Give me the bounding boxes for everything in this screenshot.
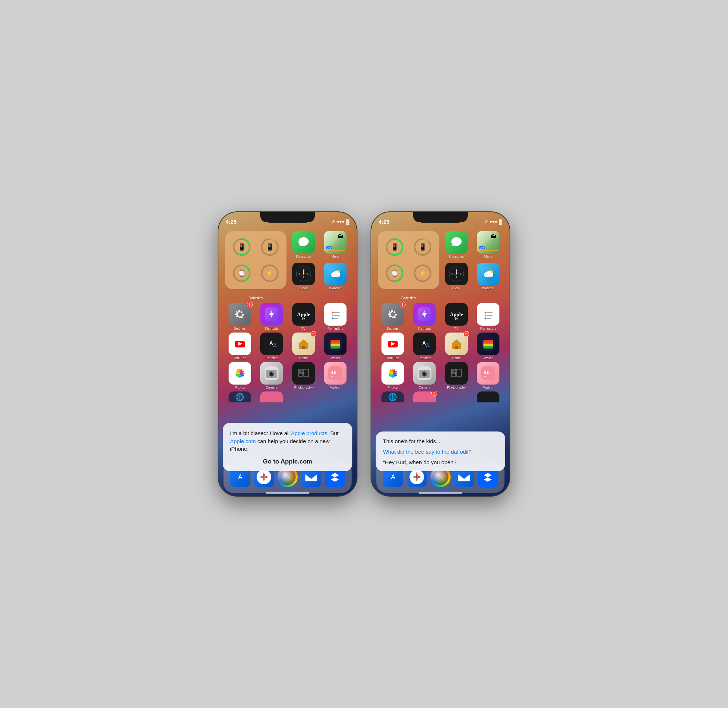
app-reminders[interactable]: Reminders — [321, 303, 350, 330]
app-camera[interactable]: Camera — [257, 362, 287, 389]
svg-marker-169 — [484, 473, 492, 482]
settings-badge-r: 1 — [400, 302, 405, 308]
app-shortcuts[interactable]: Shortcuts — [257, 303, 287, 330]
app-row-4-r: YouTube A 文 Translate — [378, 332, 503, 360]
shortcuts-icon-r — [413, 303, 436, 326]
translate-icon: A 文 — [260, 332, 283, 355]
app-pink-left[interactable] — [257, 392, 287, 405]
svg-point-82 — [263, 476, 264, 478]
notch-right — [417, 212, 464, 223]
tv-icon: Apple tv — [292, 303, 315, 326]
app-reminders-r[interactable]: Reminders — [474, 303, 503, 330]
svg-text:✒: ✒ — [331, 375, 333, 378]
app-photos-r[interactable]: Photos — [378, 362, 408, 389]
battery-icon-right: ▓ — [499, 219, 502, 225]
siri-link-left[interactable]: Go to Apple.com — [230, 458, 345, 465]
watch-icon: ⌚ — [238, 269, 246, 277]
app-messages[interactable]: Messages — [289, 231, 318, 261]
app-youtube[interactable]: YouTube — [225, 332, 255, 360]
app-home-r[interactable]: 2 Home — [442, 332, 471, 360]
location-icon-right: ↗ — [484, 219, 488, 225]
svg-point-112 — [485, 312, 487, 313]
phones-container: 4:25 ↗ ▾▾▾ ▓ — [218, 212, 510, 496]
tv-label-r: TV — [454, 327, 459, 330]
app-writing-r[interactable]: BB ✒ Writing — [474, 362, 503, 389]
photos-label: Photos — [235, 386, 245, 389]
home-badge-r: 2 — [464, 331, 469, 337]
settings-label: Settings — [234, 327, 246, 330]
app-messages-r[interactable]: Messages — [442, 231, 471, 261]
svg-marker-84 — [331, 473, 339, 482]
app-dark-partial[interactable] — [474, 392, 503, 405]
home-indicator-left — [266, 492, 310, 494]
app-youtube-r[interactable]: YouTube — [378, 332, 408, 360]
app-globe-left[interactable]: 🌐 — [225, 392, 255, 405]
app-translate[interactable]: A 文 Translate — [257, 332, 287, 360]
writing-icon-r: BB ✒ — [477, 362, 500, 384]
translate-icon-r: A 文 — [413, 332, 436, 355]
status-bar-right: 4:25 ↗ ▾▾▾ ▓ — [371, 212, 510, 228]
camera-label: Camera — [266, 386, 278, 389]
app-home[interactable]: 2 Home — [289, 332, 318, 360]
app-photography-r[interactable]: Photography — [442, 362, 471, 389]
photography-label: Photography — [294, 386, 313, 389]
siri-card-right: This one's for the kids... What did the … — [376, 431, 505, 471]
writing-icon: BB ✒ — [324, 362, 347, 384]
app-photography[interactable]: Photography — [289, 362, 318, 389]
app-writing[interactable]: BB ✒ Writing — [321, 362, 350, 389]
app-row-5-r: Photos C — [378, 362, 503, 389]
siri-area-left: I'm a bit biased: I love all Apple produ… — [223, 423, 352, 471]
notes-badge-r: 3 — [432, 392, 437, 396]
app-camera-r[interactable]: Camera — [410, 362, 440, 389]
battery-iphone: 📱 — [229, 235, 254, 259]
shortcuts-icon — [260, 303, 283, 326]
app-settings-r[interactable]: 1 Settings — [378, 303, 408, 330]
camera-label-r: Camera — [418, 386, 430, 389]
app-maps[interactable]: 🏔 280 Maps — [321, 231, 350, 261]
app-maps-r[interactable]: 🏔 280 Maps — [474, 231, 503, 261]
youtube-icon-r — [381, 332, 404, 355]
app-tv[interactable]: Apple tv TV — [289, 303, 318, 330]
weather-label: Weather — [329, 286, 341, 290]
app-row-4: YouTube A 文 Translate — [225, 332, 350, 360]
app-clock-r[interactable]: 12 6 9 3 Clock — [442, 263, 471, 292]
photos-icon — [228, 362, 251, 384]
globe-icon-r: 🌐 — [381, 392, 404, 402]
location-icon: ↗ — [331, 219, 335, 225]
app-weather[interactable]: Weather — [321, 263, 350, 292]
app-settings[interactable]: 1 Settings — [225, 303, 255, 330]
app-pink-right[interactable]: 3 — [410, 392, 440, 405]
app-tv-r[interactable]: Apple tv TV — [442, 303, 471, 330]
app-photos[interactable]: Photos — [225, 362, 255, 389]
app-clock[interactable]: 12 6 9 3 Clock — [289, 263, 318, 292]
app-wallet[interactable]: Wallet — [321, 332, 350, 360]
clock-label: Clock — [299, 286, 308, 290]
app-globe-right[interactable]: 🌐 — [378, 392, 408, 405]
svg-rect-40 — [302, 346, 305, 349]
phone-right-screen: 4:25 ↗ ▾▾▾ ▓ — [371, 212, 510, 496]
siri-joke-question: What did the bee say to the daffodil? — [383, 448, 498, 455]
wallet-icon-r — [477, 332, 500, 355]
status-icons-left: ↗ ▾▾▾ ▓ — [331, 219, 349, 225]
camera-icon — [260, 362, 283, 384]
app-wallet-r[interactable]: Wallet — [474, 332, 503, 360]
clock-label-r: Clock — [452, 286, 461, 290]
siri-joke-answer: "Hey Bud, when do you open?" — [383, 459, 498, 465]
home-icon: 2 — [292, 332, 315, 355]
youtube-icon — [228, 332, 251, 355]
app-weather-r[interactable]: Weather — [474, 263, 503, 292]
settings-badge: 1 — [247, 302, 253, 308]
app-translate-r[interactable]: A 文 Translate — [410, 332, 440, 360]
app-shortcuts-r[interactable]: Shortcuts — [410, 303, 440, 330]
svg-point-21 — [336, 273, 340, 277]
reminders-label-r: Reminders — [480, 327, 496, 330]
battery-watch-r: ⌚ — [382, 261, 407, 285]
reminders-icon — [324, 303, 347, 326]
svg-point-147 — [425, 373, 426, 374]
batteries-widget-left: 📱 📱 — [225, 231, 286, 289]
svg-point-28 — [332, 315, 334, 316]
svg-rect-70 — [299, 371, 300, 372]
iphone-icon: 📱 — [238, 243, 246, 251]
clock-icon-r: 12 6 9 3 — [445, 263, 468, 285]
svg-point-62 — [272, 373, 273, 374]
